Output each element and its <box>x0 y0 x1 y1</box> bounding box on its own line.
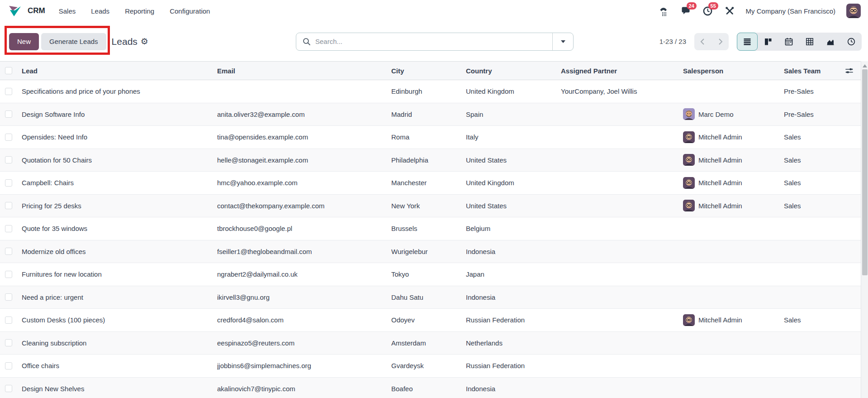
voip-phone-icon[interactable] <box>659 5 670 16</box>
view-switcher <box>737 33 862 51</box>
row-checkbox[interactable] <box>5 156 12 163</box>
row-checkbox[interactable] <box>5 202 12 209</box>
lead-country: Russian Federation <box>466 316 561 324</box>
optional-columns-icon[interactable] <box>842 67 860 75</box>
table-row[interactable]: Specifications and price of your phonesE… <box>0 80 868 103</box>
lead-city: New York <box>391 202 466 210</box>
table-row[interactable]: Design New Shelvesakalinovich7@tinypic.c… <box>0 378 868 398</box>
lead-name: Office chairs <box>22 362 217 369</box>
row-checkbox[interactable] <box>5 339 12 346</box>
table-row[interactable]: Pricing for 25 deskscontact@thekompany.e… <box>0 195 868 218</box>
column-header-email[interactable]: Email <box>217 67 391 75</box>
assigned-partner: YourCompany, Joel Willis <box>561 87 683 95</box>
lead-email: credford4@salon.com <box>217 316 391 324</box>
column-header-country[interactable]: Country <box>466 67 561 75</box>
vertical-scrollbar[interactable] <box>861 61 868 398</box>
row-checkbox[interactable] <box>5 88 12 95</box>
view-settings-gear-icon[interactable]: ⚙ <box>141 37 148 46</box>
row-checkbox[interactable] <box>5 179 12 187</box>
lead-email: jjobbins6@simplemachines.org <box>217 362 391 369</box>
lead-name: Quotation for 50 Chairs <box>22 156 217 164</box>
column-header-salesperson[interactable]: Salesperson <box>683 67 784 75</box>
row-checkbox[interactable] <box>5 271 12 278</box>
salesperson-avatar <box>683 154 695 166</box>
lead-city: Madrid <box>391 110 466 118</box>
lead-name: Design New Shelves <box>22 385 217 393</box>
search-input[interactable]: Search... <box>296 33 574 51</box>
lead-email: ikirvell3@gnu.org <box>217 293 391 301</box>
lead-city: Edinburgh <box>391 87 466 95</box>
salesperson-cell: Mitchell Admin <box>683 154 784 166</box>
view-switch-list-icon[interactable] <box>737 33 758 51</box>
row-checkbox[interactable] <box>5 248 12 255</box>
nav-menu-configuration[interactable]: Configuration <box>170 7 210 15</box>
debug-tools-icon[interactable] <box>724 5 735 16</box>
row-checkbox[interactable] <box>5 110 12 118</box>
table-row[interactable]: Furnitures for new locationngrabert2@dai… <box>0 263 868 286</box>
nav-menu-leads[interactable]: Leads <box>91 7 109 15</box>
table-row[interactable]: Design Software Infoanita.oliver32@examp… <box>0 103 868 126</box>
user-avatar[interactable] <box>846 4 861 18</box>
lead-name: Pricing for 25 desks <box>22 202 217 210</box>
activities-icon[interactable]: 55 <box>702 5 713 16</box>
view-switch-kanban-icon[interactable] <box>758 33 778 51</box>
view-switch-calendar-icon[interactable] <box>778 33 799 51</box>
generate-leads-button[interactable]: Generate Leads <box>41 33 106 50</box>
nav-menu-reporting[interactable]: Reporting <box>125 7 154 15</box>
row-checkbox[interactable] <box>5 225 12 232</box>
lead-name: Cleaning subscription <box>22 339 217 347</box>
messages-icon[interactable]: 24 <box>681 5 692 16</box>
lead-email: anita.oliver32@example.com <box>217 110 391 118</box>
table-row[interactable]: Opensides: Need Infotina@opensides.examp… <box>0 126 868 149</box>
table-row[interactable]: Need a price: urgentikirvell3@gnu.orgDah… <box>0 286 868 309</box>
salesperson-name: Mitchell Admin <box>698 179 742 187</box>
row-checkbox[interactable] <box>5 293 12 301</box>
salesperson-name: Mitchell Admin <box>698 316 742 324</box>
salesperson-avatar <box>683 314 695 326</box>
row-checkbox[interactable] <box>5 316 12 324</box>
pager-previous-button[interactable] <box>694 33 711 50</box>
lead-city: Roma <box>391 133 466 141</box>
lead-city: Gvardeysk <box>391 362 466 369</box>
column-header-sales-team[interactable]: Sales Team <box>784 67 842 75</box>
table-row[interactable]: Modernize old officesfseiller1@theglobea… <box>0 240 868 264</box>
scrollbar-up-arrow[interactable] <box>863 64 867 67</box>
salesperson-avatar <box>683 177 695 189</box>
pager-next-button[interactable] <box>711 33 729 50</box>
view-switch-graph-icon[interactable] <box>820 33 841 51</box>
new-button[interactable]: New <box>9 33 39 50</box>
table-row[interactable]: Custom Desks (100 pieces)credford4@salon… <box>0 309 868 332</box>
row-checkbox[interactable] <box>5 385 12 392</box>
view-switch-activity-icon[interactable] <box>841 33 862 51</box>
lead-name: Modernize old offices <box>22 248 217 255</box>
search-dropdown-toggle[interactable] <box>552 33 573 50</box>
view-switch-pivot-icon[interactable] <box>799 33 820 51</box>
table-row[interactable]: Office chairsjjobbins6@simplemachines.or… <box>0 355 868 378</box>
salesperson-avatar <box>683 108 695 120</box>
nav-menus: SalesLeadsReportingConfiguration <box>59 7 210 15</box>
lead-city: Tokyo <box>391 270 466 278</box>
column-header-assigned-partner[interactable]: Assigned Partner <box>561 67 683 75</box>
nav-menu-sales[interactable]: Sales <box>59 7 76 15</box>
table-row[interactable]: Quotation for 50 Chairshelle@stonageit.e… <box>0 149 868 172</box>
lead-email: eespinazo5@reuters.com <box>217 339 391 347</box>
lead-city: Odoyev <box>391 316 466 324</box>
table-row[interactable]: Quote for 35 windowstbrockhouse0@google.… <box>0 217 868 240</box>
app-brand[interactable]: CRM <box>7 5 45 17</box>
table-row[interactable]: Cleaning subscriptioneespinazo5@reuters.… <box>0 332 868 355</box>
lead-city: Boafeo <box>391 385 466 393</box>
company-switcher[interactable]: My Company (San Francisco) <box>746 7 835 15</box>
column-header-lead[interactable]: Lead <box>22 67 217 75</box>
row-checkbox[interactable] <box>5 362 12 369</box>
select-all-checkbox[interactable] <box>5 67 12 74</box>
lead-country: Netherlands <box>466 339 561 347</box>
sales-team: Sales <box>784 179 842 187</box>
column-header-city[interactable]: City <box>391 67 466 75</box>
lead-country: Russian Federation <box>466 362 561 369</box>
scrollbar-thumb[interactable] <box>862 69 868 275</box>
table-row[interactable]: Campbell: Chairshmc@yahoo.example.comMan… <box>0 172 868 195</box>
app-name[interactable]: CRM <box>28 6 45 15</box>
lead-email: akalinovich7@tinypic.com <box>217 385 391 393</box>
salesperson-name: Mitchell Admin <box>698 202 742 210</box>
row-checkbox[interactable] <box>5 134 12 141</box>
